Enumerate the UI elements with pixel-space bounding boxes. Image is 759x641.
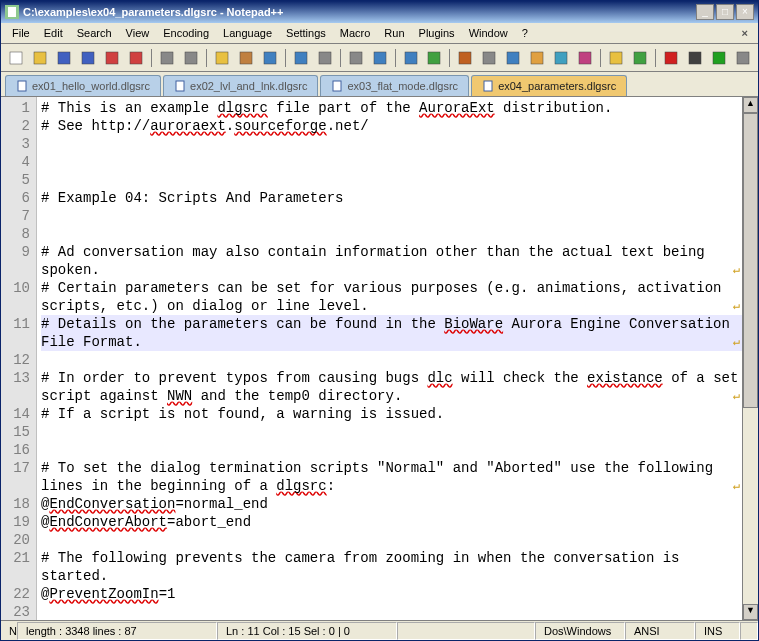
code-line[interactable] <box>41 423 742 441</box>
status-encoding: ANSI <box>625 622 695 640</box>
menu-language[interactable]: Language <box>216 25 279 41</box>
code-line[interactable]: # To set the dialog termination scripts … <box>41 459 742 495</box>
svg-rect-6 <box>106 52 118 64</box>
zoom-in-icon[interactable] <box>369 47 391 69</box>
sync-icon[interactable] <box>424 47 446 69</box>
code-line[interactable]: # The following prevents the camera from… <box>41 549 742 585</box>
code-line[interactable]: # See http://auroraext.sourceforge.net/ <box>41 117 742 135</box>
indent-guide-icon[interactable] <box>502 47 524 69</box>
record-icon[interactable] <box>660 47 682 69</box>
svg-rect-31 <box>18 81 26 91</box>
svg-rect-11 <box>240 52 252 64</box>
code-line[interactable]: # Details on the parameters can be found… <box>41 315 742 351</box>
close-icon[interactable] <box>101 47 123 69</box>
menu-window[interactable]: Window <box>462 25 515 41</box>
save-all-icon[interactable] <box>77 47 99 69</box>
svg-rect-33 <box>333 81 341 91</box>
code-line[interactable] <box>41 153 742 171</box>
paste-icon[interactable] <box>235 47 257 69</box>
code-line[interactable]: # If a script is not found, a warning is… <box>41 405 742 423</box>
hide-lines-icon[interactable] <box>732 47 754 69</box>
code-line[interactable] <box>41 207 742 225</box>
code-area[interactable]: # This is an example dlgsrc file part of… <box>37 97 742 620</box>
code-line[interactable]: # Ad conversation may also contain infor… <box>41 243 742 279</box>
lang-panel-icon[interactable] <box>526 47 548 69</box>
zoom-out-icon[interactable] <box>400 47 422 69</box>
svg-rect-2 <box>10 52 22 64</box>
monitoring-icon[interactable] <box>629 47 651 69</box>
scroll-down-arrow[interactable]: ▼ <box>743 604 758 620</box>
scroll-thumb[interactable] <box>743 113 758 408</box>
svg-rect-30 <box>737 52 749 64</box>
file-icon <box>331 80 343 92</box>
cut-icon[interactable] <box>180 47 202 69</box>
replace-icon[interactable] <box>345 47 367 69</box>
file-icon <box>174 80 186 92</box>
svg-rect-24 <box>579 52 591 64</box>
code-line[interactable]: @EndConversation=normal_end <box>41 495 742 513</box>
tab-label: ex02_lvl_and_lnk.dlgsrc <box>190 80 307 92</box>
code-line[interactable]: # Example 04: Scripts And Parameters <box>41 189 742 207</box>
find-icon[interactable] <box>314 47 336 69</box>
play-icon[interactable] <box>708 47 730 69</box>
code-line[interactable] <box>41 441 742 459</box>
code-line[interactable]: # This is an example dlgsrc file part of… <box>41 99 742 117</box>
scroll-up-arrow[interactable]: ▲ <box>743 97 758 113</box>
wrap-indicator-icon: ↵ <box>733 297 740 315</box>
svg-rect-7 <box>130 52 142 64</box>
undo-icon[interactable] <box>259 47 281 69</box>
show-symbols-icon[interactable] <box>478 47 500 69</box>
menu-encoding[interactable]: Encoding <box>156 25 216 41</box>
code-line[interactable] <box>41 171 742 189</box>
stop-icon[interactable] <box>684 47 706 69</box>
menu-file[interactable]: File <box>5 25 37 41</box>
svg-rect-28 <box>689 52 701 64</box>
close-window-button[interactable]: × <box>736 4 754 20</box>
menu-view[interactable]: View <box>119 25 157 41</box>
menu-?[interactable]: ? <box>515 25 535 41</box>
code-line[interactable] <box>41 135 742 153</box>
menu-close-doc[interactable]: × <box>736 25 754 41</box>
folder-icon[interactable] <box>605 47 627 69</box>
code-line[interactable] <box>41 603 742 620</box>
code-line[interactable]: # Certain parameters can be set for vari… <box>41 279 742 315</box>
status-insert-mode[interactable]: INS <box>695 622 740 640</box>
tab-2[interactable]: ex03_flat_mode.dlgsrc <box>320 75 469 96</box>
print-icon[interactable] <box>156 47 178 69</box>
open-icon[interactable] <box>29 47 51 69</box>
copy-icon[interactable] <box>211 47 233 69</box>
menu-edit[interactable]: Edit <box>37 25 70 41</box>
tab-bar: ex01_hello_world.dlgsrcex02_lvl_and_lnk.… <box>1 72 758 96</box>
new-icon[interactable] <box>5 47 27 69</box>
save-icon[interactable] <box>53 47 75 69</box>
minimize-button[interactable]: _ <box>696 4 714 20</box>
code-line[interactable] <box>41 351 742 369</box>
maximize-button[interactable]: □ <box>716 4 734 20</box>
svg-rect-16 <box>374 52 386 64</box>
doc-map-icon[interactable] <box>550 47 572 69</box>
vertical-scrollbar[interactable]: ▲ ▼ <box>742 97 758 620</box>
code-line[interactable] <box>41 531 742 549</box>
menu-run[interactable]: Run <box>377 25 411 41</box>
menu-settings[interactable]: Settings <box>279 25 333 41</box>
tab-1[interactable]: ex02_lvl_and_lnk.dlgsrc <box>163 75 318 96</box>
close-all-icon[interactable] <box>125 47 147 69</box>
svg-rect-25 <box>610 52 622 64</box>
svg-rect-18 <box>428 52 440 64</box>
code-line[interactable] <box>41 225 742 243</box>
code-line[interactable]: @EndConverAbort=abort_end <box>41 513 742 531</box>
code-line[interactable]: @PreventZoomIn=1 <box>41 585 742 603</box>
word-wrap-icon[interactable] <box>454 47 476 69</box>
tab-3[interactable]: ex04_parameters.dlgsrc <box>471 75 627 96</box>
scroll-track[interactable] <box>743 113 758 604</box>
func-list-icon[interactable] <box>574 47 596 69</box>
menu-plugins[interactable]: Plugins <box>412 25 462 41</box>
svg-rect-23 <box>555 52 567 64</box>
svg-rect-29 <box>713 52 725 64</box>
menu-macro[interactable]: Macro <box>333 25 378 41</box>
menu-search[interactable]: Search <box>70 25 119 41</box>
resize-grip[interactable] <box>740 622 758 640</box>
tab-0[interactable]: ex01_hello_world.dlgsrc <box>5 75 161 96</box>
code-line[interactable]: # In order to prevent typos from causing… <box>41 369 742 405</box>
redo-icon[interactable] <box>290 47 312 69</box>
